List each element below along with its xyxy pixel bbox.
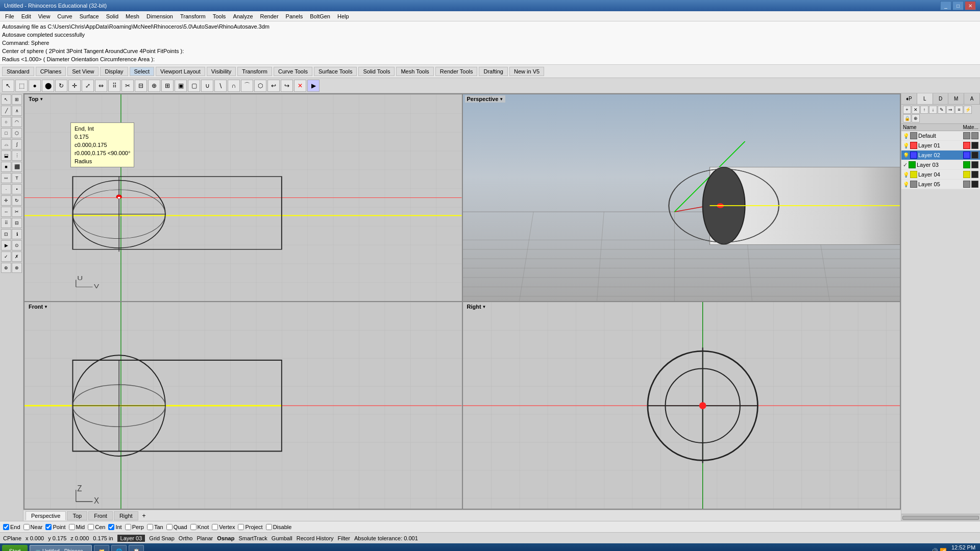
layer-mat-02[interactable] (963, 152, 970, 159)
status-grid-snap[interactable]: Grid Snap (149, 535, 175, 541)
tab-render-tools[interactable]: Render Tools (435, 67, 478, 76)
menu-solid[interactable]: Solid (103, 12, 121, 20)
osnap-project[interactable]: Project (238, 524, 262, 530)
osnap-int-checkbox[interactable] (108, 524, 114, 530)
icon-delete[interactable]: ✕ (294, 80, 306, 92)
layer-merge-button[interactable]: ⇒ (946, 106, 954, 114)
minimize-button[interactable]: _ (940, 1, 951, 10)
icon-redo[interactable]: ↪ (281, 80, 293, 92)
viewport-front[interactable]: Front ▼ (24, 302, 462, 509)
osnap-perp-checkbox[interactable] (125, 524, 131, 530)
panel-tab-properties[interactable]: ♦P (901, 93, 917, 104)
tab-viewport-layout[interactable]: Viewport Layout (156, 67, 205, 76)
layer-move-up-button[interactable]: ↑ (920, 106, 928, 114)
menu-mesh[interactable]: Mesh (122, 12, 142, 20)
icon-move[interactable]: ✛ (68, 80, 81, 92)
close-button[interactable]: ✕ (965, 1, 976, 10)
layer-mat-04[interactable] (963, 171, 970, 178)
osnap-mid-checkbox[interactable] (69, 524, 75, 530)
left-tool-render2[interactable]: ▶ (1, 240, 11, 251)
icon-array[interactable]: ⠿ (108, 80, 120, 92)
osnap-cen-checkbox[interactable] (88, 524, 94, 530)
layer-mat2-default[interactable] (971, 132, 978, 139)
panel-tab-display[interactable]: D (933, 93, 949, 104)
left-tool-surface[interactable]: ⬓ (1, 151, 11, 161)
left-tool-polygon[interactable]: ⬡ (12, 128, 22, 138)
tab-drafting[interactable]: Drafting (479, 67, 508, 76)
viewport-front-label[interactable]: Front ▼ (27, 303, 50, 310)
menu-file[interactable]: File (2, 12, 17, 20)
layer-mat2-05[interactable] (971, 181, 978, 188)
vp-tab-add-button[interactable]: + (139, 511, 149, 520)
layer-color-03[interactable] (909, 161, 916, 168)
icon-render-preview[interactable]: ▶ (307, 80, 320, 92)
left-tool-move2[interactable]: ✛ (1, 195, 11, 206)
panel-tab-material[interactable]: M (948, 93, 964, 104)
osnap-point[interactable]: Point (45, 524, 65, 530)
osnap-near-checkbox[interactable] (23, 524, 30, 530)
osnap-knot-checkbox[interactable] (190, 524, 197, 530)
layer-bulb-02[interactable]: 💡 (903, 153, 909, 158)
layer-color-01[interactable] (910, 142, 917, 149)
osnap-tan[interactable]: Tan (147, 524, 163, 530)
osnap-int[interactable]: Int (108, 524, 121, 530)
layer-mat-01[interactable] (963, 142, 970, 149)
left-tool-point[interactable]: · (1, 184, 11, 194)
viewport-perspective[interactable]: Perspective ▼ (462, 94, 901, 302)
osnap-quad-checkbox[interactable] (166, 524, 173, 530)
menu-dimension[interactable]: Dimension (143, 12, 176, 20)
menu-edit[interactable]: Edit (18, 12, 34, 20)
menu-surface[interactable]: Surface (77, 12, 102, 20)
left-tool-scale2[interactable]: ↔ (1, 207, 11, 217)
osnap-quad[interactable]: Quad (166, 524, 187, 530)
menu-panels[interactable]: Panels (283, 12, 306, 20)
osnap-tan-checkbox[interactable] (147, 524, 153, 530)
vp-tab-top[interactable]: Top (67, 511, 87, 520)
left-tool-curve[interactable]: ∫ (12, 139, 22, 149)
left-tool-trim2[interactable]: ✂ (12, 207, 22, 217)
layer-row-04[interactable]: 💡 Layer 04 (901, 170, 980, 180)
left-tool-solid[interactable]: ■ (1, 162, 11, 172)
left-tool-analyze[interactable]: ℹ (12, 229, 22, 239)
layer-mat2-01[interactable] (971, 142, 978, 149)
status-record-history[interactable]: Record History (297, 535, 334, 541)
icon-scale[interactable]: ⤢ (82, 80, 94, 92)
layer-lock-button[interactable]: 🔒 (903, 114, 911, 122)
viewport-top-label[interactable]: Top ▼ (27, 95, 45, 103)
left-tool-cplane[interactable]: ⊡ (1, 229, 11, 239)
taskbar-extra-app[interactable]: 📋 (129, 545, 144, 551)
tab-surface-tools[interactable]: Surface Tools (314, 67, 357, 76)
menu-tools[interactable]: Tools (210, 12, 229, 20)
layer-color-02[interactable] (910, 152, 917, 159)
left-tool-rectangle[interactable]: □ (1, 128, 11, 138)
layer-color-05[interactable] (910, 181, 917, 188)
osnap-vertex-checkbox[interactable] (212, 524, 218, 530)
maximize-button[interactable]: □ (952, 1, 964, 10)
tab-mesh-tools[interactable]: Mesh Tools (396, 67, 433, 76)
viewport-top[interactable]: Top ▼ (24, 94, 462, 302)
status-filter[interactable]: Filter (338, 535, 350, 541)
left-tool-panel2[interactable]: ⊟ (12, 218, 22, 228)
layer-bulb-04[interactable]: 💡 (903, 172, 909, 178)
menu-curve[interactable]: Curve (54, 12, 75, 20)
left-tool-arc[interactable]: ◠ (12, 117, 22, 127)
status-smarttrack[interactable]: SmartTrack (238, 535, 267, 541)
taskbar-firefox-app[interactable]: 🌐 (111, 545, 127, 551)
osnap-perp[interactable]: Perp (125, 524, 144, 530)
menu-transform[interactable]: Transform (177, 12, 209, 20)
left-tool-mesh[interactable]: ⋮ (12, 151, 22, 161)
panel-tab-layers[interactable]: L (917, 93, 933, 104)
left-tool-line[interactable]: ╱ (1, 106, 11, 116)
layer-bulb-default[interactable]: 💡 (903, 133, 909, 139)
menu-view[interactable]: View (35, 12, 54, 20)
icon-cylinder[interactable]: ⬤ (42, 80, 54, 92)
left-tool-panel1[interactable]: ⠿ (1, 218, 11, 228)
layer-bulb-01[interactable]: 💡 (903, 143, 909, 148)
status-planar[interactable]: Planar (197, 535, 213, 541)
left-tool-circle[interactable]: ○ (1, 117, 11, 127)
icon-extrude[interactable]: ⬡ (254, 80, 266, 92)
icon-group[interactable]: ▣ (175, 80, 187, 92)
icon-split[interactable]: ⊟ (135, 80, 147, 92)
layer-row-05[interactable]: 💡 Layer 05 (901, 180, 980, 189)
status-osnap[interactable]: Osnap (217, 535, 234, 541)
